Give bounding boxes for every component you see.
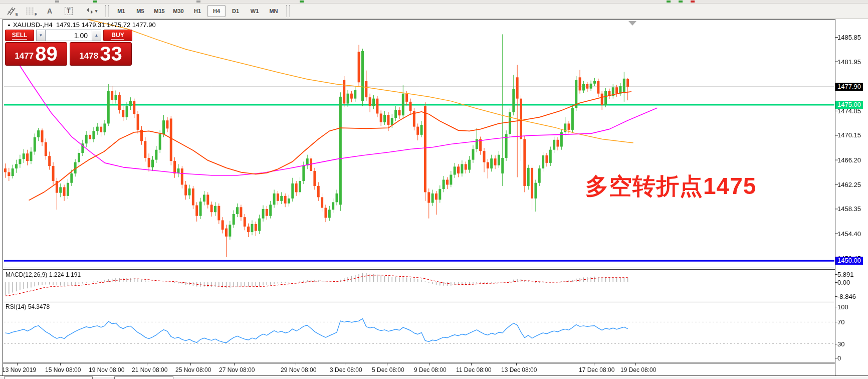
clipped-icon — [196, 1, 200, 3]
sell-price-pips: 89 — [35, 44, 58, 64]
time-axis-label: 5 Dec 08:00 — [372, 366, 404, 373]
timeframe-button-M1[interactable]: M1 — [112, 5, 130, 17]
volume-input[interactable] — [46, 30, 92, 41]
panel-divider — [3, 363, 835, 363]
time-axis-label: 13 Dec 08:00 — [501, 366, 537, 373]
sell-price-major: 1477 — [15, 51, 34, 61]
toolbar-separator — [286, 5, 290, 17]
price-badge-1475.00: 1475.00 — [835, 101, 863, 109]
panel-border — [3, 19, 3, 375]
indicator-axis-label: 30 — [837, 340, 844, 348]
panel-divider — [3, 362, 835, 362]
buy-price-tile[interactable]: 1478 33 — [70, 42, 132, 66]
volume-stepper: ▼ ▲ — [36, 30, 101, 41]
sell-button-label: SELL — [12, 32, 28, 40]
price-axis-label: 1462.25 — [837, 181, 861, 188]
panel-divider[interactable] — [3, 302, 835, 302]
time-axis-label: 13 Nov 2019 — [2, 366, 36, 373]
equidistant-channel-icon[interactable]: E — [4, 5, 19, 17]
price-axis-label: 1454.40 — [837, 230, 861, 238]
clipped-icon — [93, 1, 97, 3]
axis-border — [835, 19, 835, 375]
price-badge-1477.90: 1477.90 — [835, 83, 863, 91]
panel-divider[interactable] — [3, 269, 835, 270]
price-axis-label: 1458.35 — [837, 205, 861, 213]
chart-tab[interactable] — [114, 376, 173, 379]
fibonacci-grid-icon[interactable]: F — [23, 5, 38, 17]
text-label-icon[interactable]: T — [61, 5, 76, 17]
buy-button[interactable]: BUY — [103, 30, 132, 41]
time-axis-label: 19 Dec 08:00 — [620, 366, 656, 373]
rsi-indicator-label: RSI(14) 54.3478 — [6, 303, 50, 310]
clipped-upper-toolbar — [0, 0, 868, 4]
icon-sub-label: E — [16, 12, 18, 17]
clipped-icon — [667, 1, 671, 3]
chart-symbol-header: ▲XAUUSD-,H4 1479.15 1479.31 1475.72 1477… — [7, 21, 156, 29]
expand-arrow-icon[interactable]: ▲ — [7, 23, 11, 27]
buy-price-major: 1478 — [79, 51, 98, 61]
timeframe-button-H4[interactable]: H4 — [207, 5, 226, 17]
volume-increase-button[interactable]: ▲ — [92, 30, 101, 41]
time-axis-label: 25 Nov 08:00 — [175, 366, 211, 373]
indicator-axis-label: 5.891 — [837, 271, 854, 278]
timeframe-button-M30[interactable]: M30 — [169, 5, 187, 17]
time-axis-label: 17 Dec 08:00 — [579, 366, 614, 373]
indicator-axis-label: 0.00 — [837, 279, 850, 286]
indicator-axis-label: 0 — [837, 354, 841, 362]
timeframe-button-M5[interactable]: M5 — [131, 5, 149, 17]
chevron-down-icon[interactable]: ▾ — [95, 9, 98, 14]
timeframe-button-H1[interactable]: H1 — [188, 5, 206, 17]
buy-price-pips: 33 — [100, 44, 122, 64]
panel-divider[interactable] — [3, 268, 835, 268]
clipped-icon — [679, 1, 683, 3]
panel-border — [3, 19, 835, 20]
trading-terminal-window: E F A T ▾ M1M5M15M30H1H4D1W1MN ▲XAUUSD-,… — [0, 0, 868, 379]
toolbar-separator — [105, 5, 109, 17]
symbol-period-label: XAUUSD-,H4 — [13, 21, 53, 29]
indicator-axis-label: 70 — [837, 318, 844, 326]
price-badge-1450.00: 1450.00 — [835, 257, 863, 265]
ohlc-values: 1479.15 1479.31 1475.72 1477.90 — [56, 21, 156, 29]
price-axis-label: 1470.15 — [837, 131, 861, 139]
price-axis-label: 1466.20 — [837, 156, 861, 164]
time-axis-label: 9 Dec 08:00 — [414, 366, 447, 373]
timeframe-button-MN[interactable]: MN — [265, 5, 283, 17]
drawing-and-timeframe-toolbar: E F A T ▾ M1M5M15M30H1H4D1W1MN — [0, 4, 868, 19]
timeframe-button-W1[interactable]: W1 — [246, 5, 264, 17]
buy-button-label: BUY — [111, 32, 124, 40]
price-axis-label: 1485.85 — [837, 34, 861, 41]
text-icon-glyph: A — [47, 7, 52, 15]
price-axis-label: 1481.95 — [837, 58, 861, 66]
macd-indicator-label: MACD(12,26,9) 1.224 1.191 — [6, 271, 81, 278]
indicator-axis-label: 100 — [837, 303, 848, 311]
chart-annotation-text: 多空转折点1475 — [585, 171, 756, 202]
one-click-trade-panel: SELL ▼ ▲ BUY 1477 89 1478 33 — [5, 30, 133, 66]
text-icon[interactable]: A — [42, 5, 57, 17]
spin-up-icon: ▲ — [95, 33, 99, 38]
timeframe-button-M15[interactable]: M15 — [150, 5, 168, 17]
text-label-glyph: T — [65, 7, 72, 15]
chart-shift-marker-icon[interactable] — [628, 21, 636, 26]
sell-button[interactable]: SELL — [5, 30, 34, 41]
chart-tabs-strip — [0, 375, 868, 379]
sell-price-tile[interactable]: 1477 89 — [5, 42, 67, 66]
panel-divider[interactable] — [3, 301, 835, 301]
time-axis-label: 29 Nov 08:00 — [281, 366, 316, 373]
clipped-icon — [691, 1, 695, 3]
timeframe-button-D1[interactable]: D1 — [227, 5, 245, 17]
clipped-icon — [55, 1, 59, 3]
volume-decrease-button[interactable]: ▼ — [36, 30, 46, 41]
indicator-axis-label: -8.846 — [837, 293, 856, 300]
time-axis-label: 19 Nov 08:00 — [89, 366, 124, 373]
spin-down-icon: ▼ — [39, 33, 43, 38]
time-axis-label: 27 Nov 08:00 — [219, 366, 255, 373]
time-axis-label: 11 Dec 08:00 — [456, 366, 492, 373]
time-axis-label: 21 Nov 08:00 — [132, 366, 167, 373]
time-axis-label: 3 Dec 08:00 — [330, 366, 362, 373]
chart-tab[interactable] — [4, 376, 93, 379]
icon-sub-label: F — [35, 12, 37, 17]
clipped-icon — [300, 1, 304, 3]
arrange-objects-icon[interactable]: ▾ — [80, 5, 102, 17]
time-axis-label: 15 Nov 08:00 — [45, 366, 81, 373]
timeframe-bar: M1M5M15M30H1H4D1W1MN — [112, 5, 283, 17]
